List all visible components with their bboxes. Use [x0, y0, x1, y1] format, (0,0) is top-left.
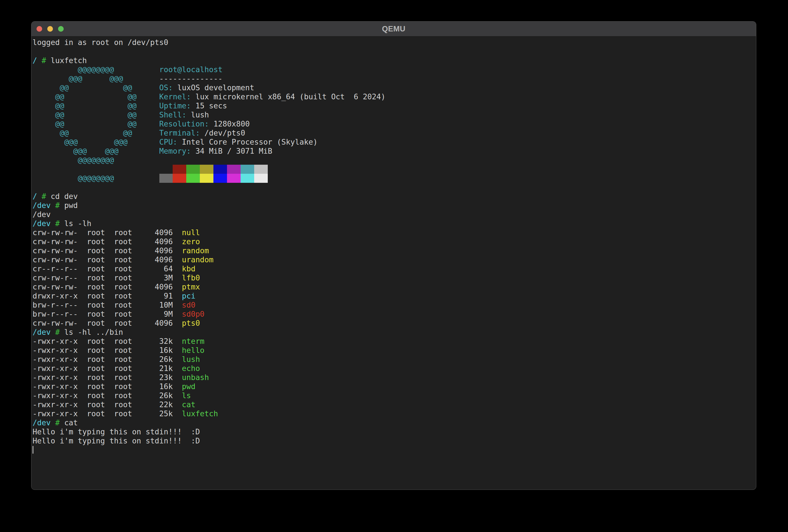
terminal-line — [33, 47, 756, 56]
terminal-line: crw-rw-rw- root root 4096 zero — [33, 237, 756, 246]
terminal-line — [33, 446, 756, 454]
terminal-line: /dev # pwd — [33, 201, 756, 210]
terminal-line: @@ @@ Uptime: 15 secs — [33, 101, 756, 110]
traffic-lights — [37, 26, 64, 32]
terminal-line: brw-r--r-- root root 10M sd0 — [33, 300, 756, 310]
terminal-line: -rwxr-xr-x root root 21k echo — [33, 364, 756, 373]
titlebar[interactable]: QEMU — [32, 21, 756, 37]
terminal-line: /dev — [33, 210, 756, 219]
terminal-line: -rwxr-xr-x root root 22k cat — [33, 400, 756, 409]
terminal-line: -rwxr-xr-x root root 26k ls — [33, 391, 756, 400]
window-title: QEMU — [382, 25, 406, 33]
terminal-line: @@@ @@@ Memory: 34 MiB / 3071 MiB — [33, 146, 756, 156]
terminal-line: @@ @@ Terminal: /dev/pts0 — [33, 129, 756, 138]
terminal-line: @@ @@ Shell: lush — [33, 110, 756, 119]
terminal-line: / # luxfetch — [33, 56, 756, 65]
terminal-line: drwxr-xr-x root root 91 pci — [33, 292, 756, 300]
terminal-line: /dev # ls -hl ../bin — [33, 328, 756, 337]
close-button[interactable] — [37, 26, 42, 32]
terminal-line: @@ @@ Kernel: lux microkernel x86_64 (bu… — [33, 92, 756, 101]
terminal-line: crw-rw-rw- root root 4096 null — [33, 228, 756, 237]
terminal-line: brw-r--r-- root root 9M sd0p0 — [33, 310, 756, 319]
terminal-line: Hello i'm typing this on stdin!!! :D — [33, 436, 756, 446]
minimize-button[interactable] — [47, 26, 53, 32]
desktop: { "window": { "title": "QEMU" }, "colors… — [0, 0, 788, 532]
terminal-line: @@ @@ Resolution: 1280x800 — [33, 119, 756, 129]
terminal-line: @@@@@@@@ root@localhost — [33, 65, 756, 74]
terminal-line: @@ @@ OS: luxOS development — [33, 83, 756, 92]
terminal-line: / # cd dev — [33, 192, 756, 201]
terminal-line: Hello i'm typing this on stdin!!! :D — [33, 427, 756, 436]
terminal-line: @@@ @@@ -------------- — [33, 74, 756, 83]
terminal-line: crw-rw-rw- root root 4096 ptmx — [33, 282, 756, 292]
qemu-window: QEMU logged in as root on /dev/pts0/ # l… — [31, 21, 756, 490]
terminal-line: -rwxr-xr-x root root 16k hello — [33, 346, 756, 355]
terminal-line: logged in as root on /dev/pts0 — [33, 38, 756, 47]
terminal-line: @@@ @@@ CPU: Intel Core Processor (Skyla… — [33, 138, 756, 146]
terminal-screen[interactable]: logged in as root on /dev/pts0/ # luxfet… — [32, 37, 756, 454]
terminal-line — [33, 165, 756, 174]
terminal-line: @@@@@@@@ — [33, 156, 756, 165]
terminal-line: cr--r--r-- root root 64 kbd — [33, 264, 756, 273]
terminal-line — [33, 183, 756, 192]
terminal-line: crw-rw-rw- root root 4096 random — [33, 246, 756, 255]
terminal-line: -rwxr-xr-x root root 26k lush — [33, 355, 756, 364]
terminal-line: @@@@@@@@ — [33, 174, 756, 183]
terminal-line: -rwxr-xr-x root root 32k nterm — [33, 337, 756, 346]
terminal-line: crw-rw-rw- root root 4096 urandom — [33, 255, 756, 264]
terminal-line: -rwxr-xr-x root root 23k unbash — [33, 373, 756, 382]
terminal-line: crw-rw-rw- root root 4096 pts0 — [33, 319, 756, 328]
terminal-line: -rwxr-xr-x root root 16k pwd — [33, 382, 756, 391]
terminal-line: /dev # ls -lh — [33, 219, 756, 228]
text-cursor — [33, 446, 34, 454]
terminal-line: crw-rw-r-- root root 3M lfb0 — [33, 273, 756, 282]
terminal-line: -rwxr-xr-x root root 25k luxfetch — [33, 409, 756, 418]
zoom-button[interactable] — [58, 26, 64, 32]
terminal-line: /dev # cat — [33, 418, 756, 427]
